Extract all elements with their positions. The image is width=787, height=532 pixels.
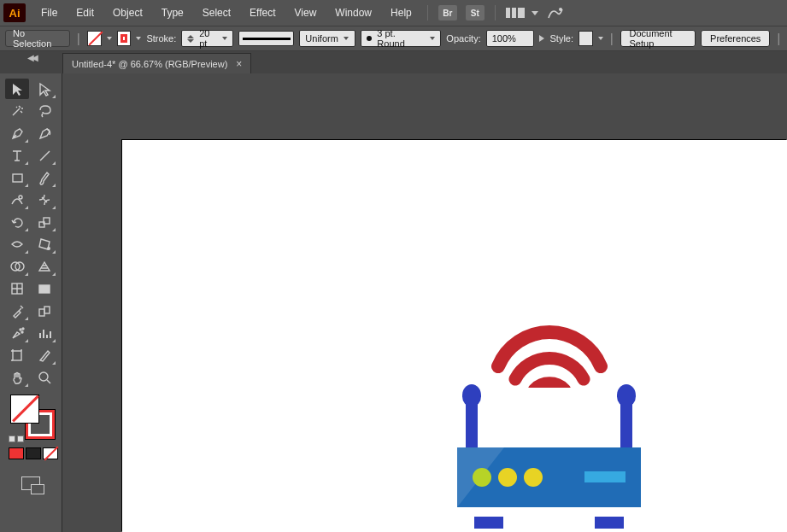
eraser-tool[interactable]	[32, 190, 56, 210]
slice-tool[interactable]	[32, 345, 56, 365]
color-mode-color[interactable]	[9, 447, 24, 459]
selection-status-label: No Selection	[13, 28, 62, 49]
router-led	[498, 468, 517, 487]
mesh-tool[interactable]	[5, 278, 29, 299]
rotate-tool[interactable]	[5, 212, 29, 232]
variable-width-profile-select[interactable]: Uniform	[299, 30, 355, 47]
preferences-button[interactable]: Preferences	[701, 30, 770, 47]
shaper-tool[interactable]	[5, 190, 29, 210]
gpu-preview-icon[interactable]	[547, 6, 564, 20]
zoom-tool[interactable]	[32, 367, 56, 388]
menu-view[interactable]: View	[286, 3, 326, 22]
document-tab-strip: ◀◀ Untitled-4* @ 66.67% (RGB/Preview) ×	[0, 51, 787, 73]
color-mode-gradient[interactable]	[26, 447, 41, 459]
paintbrush-tool[interactable]	[32, 167, 56, 188]
separator: |	[75, 32, 82, 45]
separator: |	[775, 32, 782, 45]
column-graph-tool[interactable]	[32, 323, 56, 343]
svg-rect-9	[39, 285, 50, 293]
canvas-area[interactable]	[62, 73, 787, 532]
menu-window[interactable]: Window	[326, 3, 380, 22]
svg-point-17	[39, 372, 48, 381]
artwork-router[interactable]	[457, 319, 641, 529]
rectangle-tool[interactable]	[5, 167, 29, 188]
router-body	[457, 447, 641, 507]
opacity-label: Opacity:	[446, 33, 480, 44]
artboard-tool[interactable]	[5, 345, 29, 365]
svg-point-15	[22, 328, 24, 330]
lasso-tool[interactable]	[32, 101, 56, 121]
bridge-icon[interactable]: Br	[438, 5, 457, 20]
chevron-down-icon[interactable]	[598, 37, 603, 40]
scale-tool[interactable]	[32, 212, 56, 232]
svg-point-13	[20, 329, 21, 330]
symbol-sprayer-tool[interactable]	[5, 323, 29, 343]
chevron-down-icon	[430, 37, 435, 40]
menu-file[interactable]: File	[32, 3, 66, 22]
fill-stroke-indicator[interactable]	[10, 395, 55, 439]
close-tab-icon[interactable]: ×	[236, 58, 242, 70]
menu-edit[interactable]: Edit	[68, 3, 103, 22]
eyedropper-tool[interactable]	[5, 301, 29, 321]
magic-wand-tool[interactable]	[5, 101, 29, 121]
menu-separator	[495, 5, 496, 20]
menu-separator	[427, 5, 428, 20]
arrange-documents-icon[interactable]	[506, 6, 525, 20]
free-transform-tool[interactable]	[32, 234, 56, 254]
app-logo-icon: Ai	[3, 3, 26, 22]
control-bar: No Selection | Stroke: 20 pt Uniform 3 p…	[0, 26, 787, 51]
perspective-grid-tool[interactable]	[32, 256, 56, 277]
opacity-input[interactable]: 100%	[486, 30, 535, 47]
document-setup-button[interactable]: Document Setup	[620, 30, 696, 47]
fill-indicator[interactable]	[10, 395, 39, 424]
chevron-down-icon[interactable]	[532, 11, 538, 15]
brush-label: 3 pt. Round	[377, 28, 425, 49]
menu-effect[interactable]: Effect	[241, 3, 284, 22]
width-tool[interactable]	[5, 234, 29, 254]
menu-select[interactable]: Select	[194, 3, 239, 22]
screen-mode-button[interactable]	[3, 476, 58, 490]
pen-tool[interactable]	[5, 123, 29, 143]
swap-default-colors-icon[interactable]	[9, 436, 24, 442]
wifi-signal-icon	[490, 319, 609, 388]
chevron-right-icon[interactable]	[539, 35, 544, 42]
menu-type[interactable]: Type	[153, 3, 192, 22]
router-port	[584, 471, 625, 482]
chevron-down-icon[interactable]	[136, 37, 141, 40]
svg-rect-16	[13, 351, 21, 360]
profile-label: Uniform	[305, 33, 338, 44]
menu-bar: Ai File Edit Object Type Select Effect V…	[0, 0, 787, 26]
stroke-swatch[interactable]	[117, 31, 132, 46]
svg-point-5	[47, 247, 50, 250]
document-tab-title: Untitled-4* @ 66.67% (RGB/Preview)	[72, 59, 227, 69]
tools-panel	[0, 73, 62, 532]
selection-tool[interactable]	[5, 79, 29, 99]
document-tab[interactable]: Untitled-4* @ 66.67% (RGB/Preview) ×	[62, 53, 251, 73]
menu-object[interactable]: Object	[104, 3, 151, 22]
hand-tool[interactable]	[5, 367, 29, 388]
chevron-down-icon[interactable]	[107, 37, 112, 40]
color-mode-none[interactable]	[43, 447, 58, 459]
color-mode-row	[3, 447, 58, 459]
svg-rect-1	[13, 174, 22, 182]
style-label: Style:	[549, 33, 573, 44]
line-segment-tool[interactable]	[32, 145, 56, 166]
menu-help[interactable]: Help	[382, 3, 420, 22]
router-led	[473, 468, 491, 487]
brush-definition-select[interactable]: 3 pt. Round	[361, 30, 441, 47]
type-tool[interactable]	[5, 145, 29, 166]
graphic-style-swatch[interactable]	[579, 31, 593, 46]
gradient-tool[interactable]	[32, 278, 56, 299]
shape-builder-tool[interactable]	[5, 256, 29, 277]
blend-tool[interactable]	[32, 301, 56, 321]
direct-selection-tool[interactable]	[32, 79, 56, 99]
svg-point-2	[19, 196, 22, 199]
stock-icon[interactable]: St	[466, 5, 485, 20]
fill-swatch[interactable]	[87, 31, 102, 46]
stroke-weight-input[interactable]: 20 pt	[181, 30, 233, 47]
collapse-panels-icon[interactable]: ◀◀	[27, 53, 36, 62]
curvature-tool[interactable]	[32, 123, 56, 143]
svg-point-14	[21, 331, 23, 333]
artboard[interactable]	[122, 140, 787, 532]
variable-width-profile[interactable]	[238, 31, 294, 46]
